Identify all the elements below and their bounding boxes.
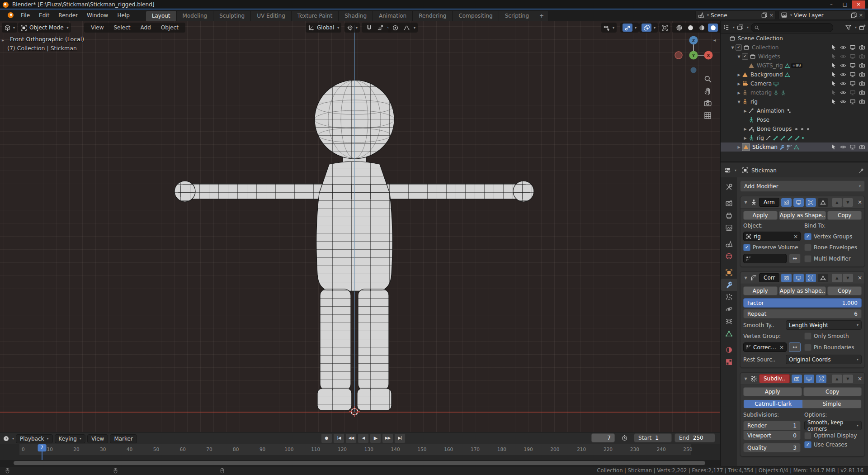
gizmo-axis-neg-z[interactable] [691, 67, 697, 73]
zoom-tool-icon[interactable] [703, 75, 712, 83]
outliner-editor-icon[interactable] [723, 24, 730, 31]
apply-as-shape-button[interactable]: Apply as Shape.. [779, 211, 826, 220]
properties-tab-texture[interactable] [721, 356, 737, 368]
scene-selector[interactable]: ▾ Scene × [695, 10, 776, 20]
maximize-button[interactable]: □ [838, 0, 852, 9]
apply-button[interactable]: Apply [743, 387, 802, 396]
eye-toggle-icon[interactable] [840, 62, 846, 69]
eye-toggle-icon[interactable] [840, 144, 846, 150]
viewport-menu-add[interactable]: Add [136, 23, 156, 32]
properties-tab-world[interactable] [721, 250, 737, 262]
prev-frame-button[interactable]: ◀ [358, 433, 369, 443]
close-modifier-icon[interactable]: × [858, 199, 862, 205]
jump-to-end-button[interactable]: ▶| [394, 433, 406, 443]
monitor-toggle-icon[interactable] [849, 53, 856, 60]
invert-vgroup-button[interactable]: ↔ [789, 342, 801, 352]
eye-toggle-icon[interactable] [840, 99, 846, 105]
close-modifier-icon[interactable]: × [858, 275, 862, 281]
viewport-menu-object[interactable]: Object [156, 23, 183, 32]
render-subdivisions-field[interactable]: Render1 [743, 421, 801, 430]
armature-object-field[interactable]: rig × [743, 232, 801, 241]
camera-toggle-icon[interactable] [859, 44, 865, 51]
timeline-tracks[interactable] [0, 455, 720, 460]
expand-icon[interactable]: ▶ [736, 73, 742, 77]
expand-icon[interactable]: ▼ [736, 100, 742, 104]
repeat-field[interactable]: Repeat6 [743, 309, 862, 318]
vertex-group-field[interactable] [743, 254, 787, 263]
uv-smooth-dropdown[interactable]: Smooth, keep corners▾ [804, 421, 862, 430]
outliner-row-background[interactable]: ▶Background [721, 70, 868, 79]
menu-window[interactable]: Window [82, 11, 113, 20]
cursor-toggle-icon[interactable] [830, 62, 837, 69]
eye-toggle-icon[interactable] [840, 90, 846, 96]
navigation-gizmo[interactable]: Z Y X [671, 33, 716, 78]
simple-button[interactable]: Simple [802, 400, 861, 408]
move-down-button[interactable]: ▼ [843, 375, 853, 383]
outliner-row-scene-collection[interactable]: Scene Collection [721, 34, 868, 43]
pin-icon[interactable] [858, 167, 864, 174]
toggle-ortho-icon[interactable] [703, 111, 712, 120]
workspace-tab-layout[interactable]: Layout [146, 11, 177, 21]
expand-icon[interactable]: ▶ [736, 145, 742, 149]
toggle-render-icon[interactable] [792, 375, 802, 383]
properties-tab-render[interactable] [721, 197, 737, 209]
expand-icon[interactable]: ▼ [730, 46, 736, 50]
outliner-row-bone-groups[interactable]: ▶Bone Groups [721, 124, 868, 133]
catmull-clark-button[interactable]: Catmull-Clark [744, 400, 802, 408]
stopwatch-icon[interactable] [621, 434, 628, 441]
start-frame-field[interactable]: Start1 [634, 433, 672, 442]
gizmos-toggle[interactable] [623, 24, 632, 32]
clear-object-icon[interactable]: × [793, 233, 798, 240]
delete-scene-icon[interactable]: × [769, 12, 774, 18]
workspace-tab-uv-editing[interactable]: UV Editing [251, 11, 292, 21]
shading-rendered-button[interactable] [708, 24, 718, 32]
copy-view-layer-icon[interactable] [850, 12, 857, 19]
move-up-button[interactable]: ▲ [832, 198, 842, 207]
cursor-toggle-icon[interactable] [830, 90, 837, 96]
toggle-cage-icon[interactable] [818, 198, 828, 207]
monitor-toggle-icon[interactable] [849, 44, 856, 51]
end-frame-field[interactable]: End250 [675, 433, 715, 442]
scene-name[interactable]: Scene [711, 12, 759, 19]
multi-modifier-checkbox[interactable] [804, 255, 811, 262]
cursor-toggle-icon[interactable] [830, 44, 837, 51]
expand-icon[interactable]: ▶ [742, 109, 748, 113]
properties-tab-object-data[interactable] [721, 328, 737, 340]
monitor-toggle-icon[interactable] [849, 71, 856, 78]
cursor-toggle-icon[interactable] [830, 71, 837, 78]
collection-checkbox[interactable]: ✓ [736, 44, 742, 51]
properties-tab-scene[interactable] [721, 238, 737, 250]
properties-tab-view-layer[interactable] [721, 222, 737, 234]
toggle-realtime-icon[interactable] [804, 375, 814, 383]
shading-material-button[interactable] [697, 24, 707, 32]
blender-menu-icon[interactable] [4, 12, 14, 19]
camera-view-icon[interactable] [703, 99, 712, 108]
display-mode-icon[interactable] [737, 24, 744, 31]
timeline-ruler[interactable]: 0102030405060708090100110120130140150160… [0, 444, 720, 456]
monitor-toggle-icon[interactable] [849, 144, 856, 150]
timeline-menu-playback[interactable]: Playback▾ [16, 434, 53, 443]
properties-tab-constraints[interactable] [721, 315, 737, 328]
properties-tab-physics[interactable] [721, 303, 737, 315]
editor-type-selector[interactable]: ▾ [2, 23, 17, 33]
properties-tab-object[interactable] [721, 266, 737, 279]
expand-icon[interactable]: ▶ [736, 91, 742, 95]
shading-solid-button[interactable] [685, 24, 695, 32]
eye-toggle-icon[interactable] [840, 71, 846, 78]
properties-tab-particles[interactable] [721, 291, 737, 303]
cursor-toggle-icon[interactable] [830, 53, 837, 60]
toggle-render-icon[interactable] [781, 274, 792, 282]
toggle-editmode-icon[interactable] [806, 198, 816, 207]
collection-checkbox[interactable]: ✓ [742, 53, 748, 60]
modifier-name-field[interactable]: Arm [759, 198, 779, 207]
outliner-row-animation[interactable]: ▶Animation [721, 106, 868, 115]
monitor-toggle-icon[interactable] [849, 81, 856, 87]
cursor-toggle-icon[interactable] [830, 81, 837, 87]
workspace-tab-texture-paint[interactable]: Texture Paint [292, 11, 339, 21]
delete-view-layer-icon[interactable]: × [859, 12, 863, 18]
collapse-icon[interactable]: ▼ [743, 200, 749, 204]
timeline-scrollbar-thumb[interactable] [14, 461, 705, 465]
camera-toggle-icon[interactable] [859, 53, 865, 60]
modifier-name-field[interactable]: Corr [759, 273, 779, 282]
close-button[interactable]: × [852, 0, 865, 9]
